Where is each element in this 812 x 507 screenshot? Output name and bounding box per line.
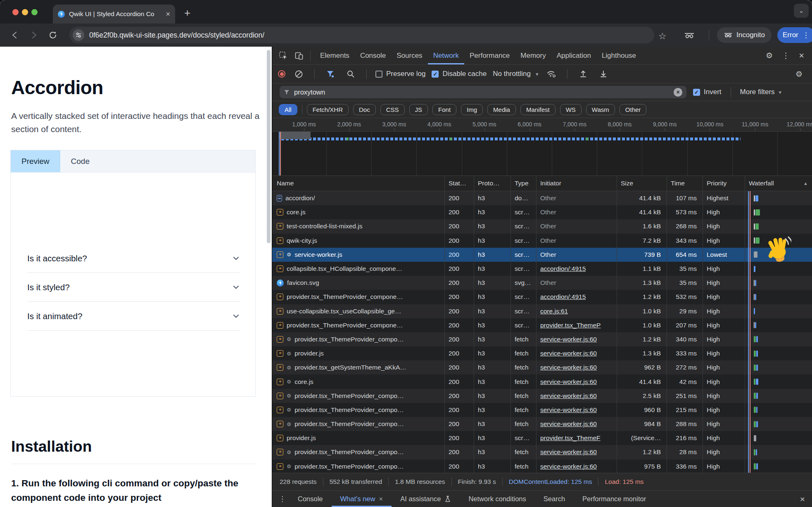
drawer-close-icon[interactable]: × bbox=[796, 494, 809, 504]
devtools-settings-gear-icon[interactable]: ⚙ bbox=[762, 51, 776, 60]
devtools-tab-elements[interactable]: Elements bbox=[315, 47, 355, 64]
network-request-row[interactable]: ⚙provider.tsx_ThemeProvider_compo…200h3f… bbox=[272, 460, 812, 473]
zoom-window-button[interactable] bbox=[31, 9, 38, 15]
column-header-time[interactable]: Time bbox=[667, 176, 703, 191]
disable-cache-checkbox[interactable]: ✓ bbox=[432, 71, 439, 78]
close-icon[interactable]: × bbox=[379, 495, 383, 503]
search-icon[interactable] bbox=[344, 67, 358, 81]
disable-cache-toggle[interactable]: ✓ Disable cache bbox=[432, 70, 487, 78]
network-request-row[interactable]: ⚙core.js200h3fetchservice-worker.js:6041… bbox=[272, 374, 812, 389]
accordion-item-is-it-animated[interactable]: Is it animated? bbox=[27, 302, 240, 331]
close-tab-icon[interactable]: × bbox=[166, 10, 170, 18]
initiator-link[interactable]: accordion/:4915 bbox=[540, 265, 586, 272]
network-request-row[interactable]: ⚙provider.tsx_ThemeProvider_compo…200h3f… bbox=[272, 403, 812, 417]
filter-chip-doc[interactable]: Doc bbox=[353, 104, 376, 115]
column-header-status[interactable]: Stat… bbox=[445, 176, 474, 191]
column-header-name[interactable]: Name bbox=[272, 176, 445, 191]
initiator-link[interactable]: provider.tsx_ThemeP bbox=[540, 322, 601, 329]
accordion-item-is-it-styled[interactable]: Is it styled? bbox=[27, 273, 240, 302]
filter-chip-wasm[interactable]: Wasm bbox=[586, 104, 615, 115]
initiator-link[interactable]: service-worker.js:60 bbox=[540, 420, 597, 428]
network-request-row[interactable]: qwik-city.js200h3scr…Other7.2 kB343 msHi… bbox=[272, 234, 812, 248]
clear-icon[interactable] bbox=[292, 67, 306, 81]
filter-chip-js[interactable]: JS bbox=[409, 104, 428, 115]
column-header-size[interactable]: Size bbox=[617, 176, 667, 191]
new-tab-button[interactable]: + bbox=[184, 7, 190, 18]
initiator-link[interactable]: service-worker.js:60 bbox=[540, 392, 597, 400]
network-request-row[interactable]: provider.tsx_ThemeProvider_compone…200h3… bbox=[272, 290, 812, 304]
initiator-link[interactable]: service-worker.js:60 bbox=[540, 448, 597, 456]
network-request-row[interactable]: collapsible.tsx_HCollapsible_compone…200… bbox=[272, 262, 812, 276]
network-request-row[interactable]: test-controlled-list-mixed.js200h3scr…Ot… bbox=[272, 219, 812, 233]
drawer-tab-what-s-new[interactable]: What's new× bbox=[332, 491, 392, 507]
column-header-type[interactable]: Type bbox=[511, 176, 537, 191]
devtools-tab-network[interactable]: Network bbox=[428, 47, 464, 64]
disable-cache-label[interactable]: Disable cache bbox=[442, 70, 487, 78]
url-bar[interactable]: 0f6e2f0b.qwik-ui-site.pages.dev/docs/sty… bbox=[69, 27, 654, 43]
clear-filter-icon[interactable]: × bbox=[674, 88, 682, 97]
record-icon[interactable] bbox=[278, 70, 285, 78]
filter-icon[interactable] bbox=[323, 67, 337, 81]
invert-label[interactable]: Invert bbox=[704, 88, 722, 96]
site-settings-icon[interactable] bbox=[73, 29, 84, 41]
network-request-row[interactable]: ⚙provider.tsx_ThemeProvider_compo…200h3f… bbox=[272, 417, 812, 431]
network-request-row[interactable]: accordion/200h3do…Other41.4 kB107 msHigh… bbox=[272, 191, 812, 205]
page-scrollbar-thumb[interactable] bbox=[267, 50, 271, 243]
network-request-row[interactable]: ⚙service-worker.js200h3scr…Other739 B654… bbox=[272, 248, 812, 262]
initiator-link[interactable]: service-worker.js:60 bbox=[540, 336, 597, 343]
drawer-tab-performance-monitor[interactable]: Performance monitor bbox=[574, 491, 655, 507]
device-toolbar-icon[interactable] bbox=[292, 49, 306, 63]
column-header-initiator[interactable]: Initiator bbox=[537, 176, 617, 191]
network-settings-gear-icon[interactable]: ⚙ bbox=[792, 69, 806, 79]
forward-icon[interactable] bbox=[28, 29, 40, 41]
network-request-row[interactable]: ⚙provider.tsx_ThemeProvider_compo…200h3f… bbox=[272, 332, 812, 346]
minimize-window-button[interactable] bbox=[22, 9, 28, 15]
filter-input[interactable]: proxytown × bbox=[280, 86, 686, 98]
export-har-icon[interactable] bbox=[596, 67, 610, 81]
more-filters-button[interactable]: More filters ▾ bbox=[740, 88, 782, 96]
initiator-link[interactable]: provider.tsx_ThemeF bbox=[540, 434, 601, 442]
initiator-link[interactable]: accordion/:4915 bbox=[540, 293, 586, 301]
filter-chip-ws[interactable]: WS bbox=[560, 104, 582, 115]
error-menu-button[interactable]: Error ⋮ bbox=[777, 27, 812, 43]
drawer-tab-network-conditions[interactable]: Network conditions bbox=[460, 491, 534, 507]
network-request-row[interactable]: use-collapsible.tsx_useCollapsible_ge…20… bbox=[272, 304, 812, 318]
browser-extra-icon[interactable] bbox=[684, 31, 695, 40]
drawer-tab-console[interactable]: Console bbox=[289, 491, 332, 507]
drawer-tab-ai-assistance[interactable]: AI assistance bbox=[392, 491, 460, 507]
browser-menu-kebab-icon[interactable]: ⋮ bbox=[803, 32, 810, 39]
accordion-item-is-it-accessible[interactable]: Is it accessible? bbox=[27, 244, 240, 273]
tab-preview[interactable]: Preview bbox=[11, 150, 60, 172]
network-request-row[interactable]: core.js200h3scr…Other41.4 kB573 msHigh bbox=[272, 205, 812, 219]
network-request-row[interactable]: ⚙provider.tsx_getSystemTheme_aKkA…200h3f… bbox=[272, 360, 812, 374]
network-request-row[interactable]: ⚙provider.tsx_ThemeProvider_compo…200h3f… bbox=[272, 445, 812, 459]
back-icon[interactable] bbox=[9, 29, 21, 41]
network-overview[interactable] bbox=[272, 132, 812, 176]
browser-tab[interactable]: Qwik UI | Styled Accordion Co × bbox=[53, 5, 175, 24]
initiator-link[interactable]: service-worker.js:60 bbox=[540, 406, 597, 414]
column-header-priority[interactable]: Priority bbox=[703, 176, 745, 191]
preserve-log-toggle[interactable]: Preserve log bbox=[375, 70, 425, 78]
filter-chip-img[interactable]: Img bbox=[461, 104, 483, 115]
throttling-select[interactable]: No throttling ▾ bbox=[493, 70, 538, 78]
devtools-tab-application[interactable]: Application bbox=[551, 47, 596, 64]
initiator-link[interactable]: service-worker.js:60 bbox=[540, 378, 597, 386]
devtools-tab-console[interactable]: Console bbox=[355, 47, 391, 64]
preserve-log-checkbox[interactable] bbox=[375, 71, 382, 78]
filter-chip-all[interactable]: All bbox=[279, 104, 297, 115]
initiator-link[interactable]: service-worker.js:60 bbox=[540, 364, 597, 371]
tab-search-button[interactable]: ⌄ bbox=[794, 4, 809, 18]
initiator-link[interactable]: service-worker.js:60 bbox=[540, 350, 597, 357]
devtools-more-kebab-icon[interactable]: ⋮ bbox=[778, 51, 793, 60]
filter-chip-css[interactable]: CSS bbox=[380, 104, 405, 115]
preserve-log-label[interactable]: Preserve log bbox=[386, 70, 425, 78]
devtools-tab-lighthouse[interactable]: Lighthouse bbox=[596, 47, 641, 64]
network-request-row[interactable]: provider.js200h3scr…provider.tsx_ThemeF(… bbox=[272, 431, 812, 445]
filter-chip-media[interactable]: Media bbox=[487, 104, 516, 115]
initiator-link[interactable]: service-worker.js:60 bbox=[540, 463, 597, 470]
network-request-row[interactable]: favicon.svg200h3svg…Other1.3 kB35 msHigh bbox=[272, 276, 812, 290]
import-har-icon[interactable] bbox=[576, 67, 590, 81]
invert-checkbox[interactable]: ✓ bbox=[693, 89, 700, 96]
devtools-tab-sources[interactable]: Sources bbox=[391, 47, 427, 64]
filter-chip-font[interactable]: Font bbox=[432, 104, 456, 115]
